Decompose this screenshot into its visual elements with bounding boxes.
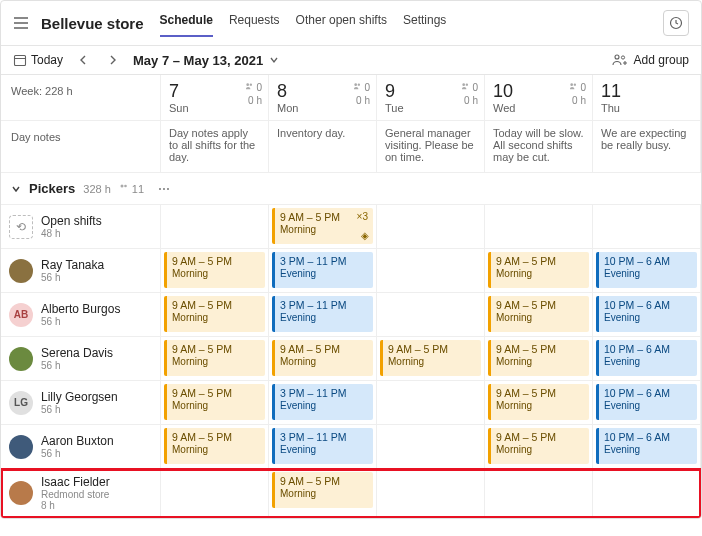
day-header[interactable]: 11 Thu — [593, 75, 701, 121]
schedule-cell[interactable]: 9 AM – 5 PM Morning — [485, 425, 593, 469]
schedule-cell[interactable]: 3 PM – 11 PM Evening — [269, 293, 377, 337]
daynote-cell[interactable]: Inventory day. — [269, 121, 377, 173]
daynote-cell[interactable]: We are expecting be really busy. — [593, 121, 701, 173]
schedule-cell[interactable] — [377, 205, 485, 249]
day-header[interactable]: 7 Sun 00 h — [161, 75, 269, 121]
shift-morning[interactable]: 9 AM – 5 PM Morning — [164, 252, 265, 288]
schedule-cell[interactable]: 9 AM – 5 PM Morning — [485, 293, 593, 337]
daynote-cell[interactable]: General manager visiting. Please be on t… — [377, 121, 485, 173]
prev-arrow-icon[interactable] — [73, 52, 93, 68]
clock-button[interactable] — [663, 10, 689, 36]
schedule-cell[interactable] — [161, 205, 269, 249]
person-cell[interactable]: AB Alberto Burgos 56 h — [1, 293, 161, 337]
schedule-cell[interactable]: 9 AM – 5 PM Morning — [377, 337, 485, 381]
shift-evening[interactable]: 3 PM – 11 PM Evening — [272, 252, 373, 288]
schedule-cell[interactable]: 9 AM – 5 PM Morning — [161, 293, 269, 337]
person-cell[interactable]: Ray Tanaka 56 h — [1, 249, 161, 293]
shift-evening[interactable]: 10 PM – 6 AM Evening — [596, 384, 697, 420]
date-range-label: May 7 – May 13, 2021 — [133, 53, 263, 68]
shift-label: Morning — [496, 356, 584, 369]
schedule-cell[interactable]: 9 AM – 5 PM Morning — [161, 381, 269, 425]
schedule-cell[interactable]: 3 PM – 11 PM Evening — [269, 425, 377, 469]
schedule-cell[interactable]: 9 AM – 5 PM Morning — [161, 425, 269, 469]
svg-point-3 — [621, 56, 624, 59]
shift-morning[interactable]: 9 AM – 5 PM Morning — [380, 340, 481, 376]
today-button[interactable]: Today — [13, 53, 63, 67]
shift-evening[interactable]: 10 PM – 6 AM Evening — [596, 296, 697, 332]
shift-morning[interactable]: 9 AM – 5 PM Morning ×3 ◈ — [272, 208, 373, 244]
daynote-cell[interactable]: Today will be slow. All second shifts ma… — [485, 121, 593, 173]
group-header[interactable]: Pickers 328 h 11 ⋯ — [1, 173, 701, 205]
schedule-cell[interactable] — [377, 249, 485, 293]
day-header[interactable]: 10 Wed 00 h — [485, 75, 593, 121]
schedule-cell[interactable]: 9 AM – 5 PM Morning — [485, 381, 593, 425]
shift-morning[interactable]: 9 AM – 5 PM Morning — [488, 428, 589, 464]
schedule-cell[interactable] — [377, 381, 485, 425]
next-arrow-icon[interactable] — [103, 52, 123, 68]
shift-label: Evening — [280, 444, 368, 457]
person-cell[interactable]: Isaac Fielder Redmond store 8 h — [1, 469, 161, 518]
shift-morning[interactable]: 9 AM – 5 PM Morning — [164, 384, 265, 420]
schedule-cell[interactable]: 9 AM – 5 PM Morning — [485, 337, 593, 381]
schedule-cell[interactable]: 10 PM – 6 AM Evening — [593, 381, 701, 425]
schedule-cell[interactable]: 3 PM – 11 PM Evening — [269, 381, 377, 425]
shift-evening[interactable]: 3 PM – 11 PM Evening — [272, 384, 373, 420]
shift-morning[interactable]: 9 AM – 5 PM Morning — [488, 384, 589, 420]
shift-time: 3 PM – 11 PM — [280, 255, 368, 268]
person-cell[interactable]: Serena Davis 56 h — [1, 337, 161, 381]
schedule-cell[interactable]: 9 AM – 5 PM Morning — [161, 249, 269, 293]
shift-morning[interactable]: 9 AM – 5 PM Morning — [272, 472, 373, 508]
tab-schedule[interactable]: Schedule — [160, 9, 213, 37]
schedule-cell[interactable]: 9 AM – 5 PM Morning — [485, 249, 593, 293]
schedule-cell[interactable] — [377, 469, 485, 518]
avatar: AB — [9, 303, 33, 327]
schedule-cell[interactable]: 9 AM – 5 PM Morning ×3 ◈ — [269, 205, 377, 249]
schedule-cell[interactable] — [593, 205, 701, 249]
shift-evening[interactable]: 3 PM – 11 PM Evening — [272, 296, 373, 332]
shift-evening[interactable]: 10 PM – 6 AM Evening — [596, 428, 697, 464]
shift-morning[interactable]: 9 AM – 5 PM Morning — [488, 340, 589, 376]
schedule-cell[interactable] — [161, 469, 269, 518]
hamburger-icon[interactable] — [13, 15, 29, 31]
schedule-cell[interactable] — [485, 205, 593, 249]
schedule-cell[interactable] — [485, 469, 593, 518]
shift-morning[interactable]: 9 AM – 5 PM Morning — [164, 340, 265, 376]
schedule-cell[interactable] — [377, 293, 485, 337]
person-name: Ray Tanaka — [41, 258, 104, 272]
shift-label: Morning — [280, 488, 368, 501]
shift-evening[interactable]: 10 PM – 6 AM Evening — [596, 252, 697, 288]
day-header[interactable]: 8 Mon 00 h — [269, 75, 377, 121]
schedule-cell[interactable]: 10 PM – 6 AM Evening — [593, 293, 701, 337]
schedule-cell[interactable]: 3 PM – 11 PM Evening — [269, 249, 377, 293]
schedule-cell[interactable]: 10 PM – 6 AM Evening — [593, 249, 701, 293]
schedule-cell[interactable]: 9 AM – 5 PM Morning — [269, 469, 377, 518]
shift-morning[interactable]: 9 AM – 5 PM Morning — [164, 296, 265, 332]
tab-settings[interactable]: Settings — [403, 9, 446, 37]
schedule-cell[interactable]: 10 PM – 6 AM Evening — [593, 425, 701, 469]
date-range-picker[interactable]: May 7 – May 13, 2021 — [133, 53, 279, 68]
schedule-cell[interactable]: 9 AM – 5 PM Morning — [161, 337, 269, 381]
more-icon[interactable]: ⋯ — [152, 182, 176, 196]
shift-time: 9 AM – 5 PM — [172, 431, 260, 444]
schedule-cell[interactable] — [593, 469, 701, 518]
shift-evening[interactable]: 3 PM – 11 PM Evening — [272, 428, 373, 464]
person-cell[interactable]: ⟲ Open shifts 48 h — [1, 205, 161, 249]
shift-morning[interactable]: 9 AM – 5 PM Morning — [272, 340, 373, 376]
person-cell[interactable]: LG Lilly Georgsen 56 h — [1, 381, 161, 425]
schedule-cell[interactable]: 9 AM – 5 PM Morning — [269, 337, 377, 381]
schedule-cell[interactable] — [377, 425, 485, 469]
daynote-cell[interactable]: Day notes apply to all shifts for the da… — [161, 121, 269, 173]
shift-label: Morning — [496, 400, 584, 413]
shift-morning[interactable]: 9 AM – 5 PM Morning — [164, 428, 265, 464]
tab-requests[interactable]: Requests — [229, 9, 280, 37]
day-stats: 00 h — [461, 81, 478, 107]
day-header[interactable]: 9 Tue 00 h — [377, 75, 485, 121]
tab-other-open-shifts[interactable]: Other open shifts — [296, 9, 387, 37]
shift-morning[interactable]: 9 AM – 5 PM Morning — [488, 252, 589, 288]
shift-count-badge: ×3 — [357, 211, 368, 224]
add-group-button[interactable]: Add group — [612, 53, 689, 67]
shift-morning[interactable]: 9 AM – 5 PM Morning — [488, 296, 589, 332]
shift-evening[interactable]: 10 PM – 6 AM Evening — [596, 340, 697, 376]
person-cell[interactable]: Aaron Buxton 56 h — [1, 425, 161, 469]
schedule-cell[interactable]: 10 PM – 6 AM Evening — [593, 337, 701, 381]
